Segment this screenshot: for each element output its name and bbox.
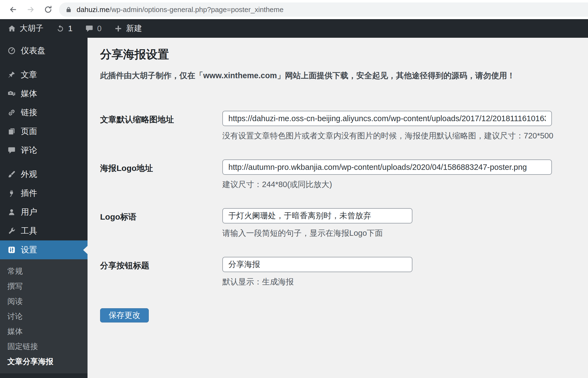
submenu-item-writing[interactable]: 撰写: [0, 279, 88, 294]
submenu-label: 媒体: [7, 326, 23, 337]
dashboard-icon: [7, 46, 16, 55]
sidebar-item-label: 用户: [21, 207, 37, 218]
field-label: 文章默认缩略图地址: [100, 111, 222, 141]
back-arrow-icon: [9, 5, 18, 14]
submenu-label: 讨论: [7, 311, 23, 322]
submenu-label: 文章分享海报: [7, 356, 53, 367]
adminbar-new-label: 新建: [126, 23, 142, 34]
sidebar-item-tools[interactable]: 工具: [0, 222, 88, 240]
adminbar-site-menu[interactable]: 大胡子: [8, 23, 43, 34]
address-bar[interactable]: dahuzi.me/wp-admin/options-general.php?p…: [59, 2, 588, 17]
admin-sidebar: 仪表盘 文章 媒体 链接 页面: [0, 38, 88, 378]
adminbar-new-menu[interactable]: 新建: [114, 23, 142, 34]
sidebar-item-users[interactable]: 用户: [0, 203, 88, 222]
submenu-item-share-poster[interactable]: 文章分享海报: [0, 354, 88, 369]
home-icon: [8, 24, 16, 33]
field-control: 默认显示：生成海报: [222, 257, 412, 287]
url-host: dahuzi.me: [77, 5, 109, 14]
submenu-label: 撰写: [7, 281, 23, 292]
field-help: 默认显示：生成海报: [222, 277, 412, 287]
browser-forward-button[interactable]: [26, 5, 36, 14]
media-icon: [7, 89, 16, 98]
field-label: Logo标语: [100, 208, 222, 239]
field-help: 建议尺寸：244*80(或同比放大): [222, 179, 552, 190]
reload-icon: [44, 5, 53, 14]
post-icon: [7, 71, 16, 79]
sidebar-item-appearance[interactable]: 外观: [0, 165, 88, 184]
submenu-item-general[interactable]: 常规: [0, 264, 88, 279]
sidebar-item-plugins[interactable]: 插件: [0, 184, 88, 203]
sidebar-item-links[interactable]: 链接: [0, 103, 88, 122]
field-control: 请输入一段简短的句子，显示在海报Logo下面: [222, 208, 412, 239]
url-path: /wp-admin/options-general.php?page=poste…: [109, 5, 284, 14]
browser-back-button[interactable]: [8, 5, 18, 14]
comments-icon: [7, 146, 16, 155]
update-icon: [56, 24, 65, 33]
field-help: 没有设置文章特色图片或者文章内没有图片的时候，海报使用默认缩略图，建议尺寸：72…: [222, 130, 553, 141]
poster-logo-url-input[interactable]: [222, 159, 552, 175]
field-label: 分享按钮标题: [100, 257, 222, 287]
menu-separator: [0, 160, 88, 165]
adminbar-updates[interactable]: 1: [56, 24, 72, 33]
sidebar-item-label: 链接: [21, 107, 37, 118]
sidebar-item-pages[interactable]: 页面: [0, 122, 88, 141]
sidebar-item-posts[interactable]: 文章: [0, 65, 88, 84]
sidebar-item-label: 工具: [21, 225, 37, 237]
submenu-label: 常规: [7, 266, 23, 277]
lock-icon[interactable]: [65, 6, 72, 13]
appearance-icon: [7, 170, 16, 179]
forward-arrow-icon: [26, 5, 35, 14]
form-row-poster-logo: 海报Logo地址 建议尺寸：244*80(或同比放大): [100, 159, 577, 190]
form-row-default-thumbnail: 文章默认缩略图地址 没有设置文章特色图片或者文章内没有图片的时候，海报使用默认缩…: [100, 111, 577, 141]
adminbar-comment-count: 0: [97, 24, 101, 33]
link-icon: [7, 108, 16, 117]
plus-icon: [114, 24, 123, 33]
adminbar-site-name: 大胡子: [20, 23, 43, 34]
comment-bubble-icon: [85, 24, 94, 33]
tools-icon: [7, 227, 16, 235]
adminbar-comments[interactable]: 0: [85, 24, 101, 33]
browser-toolbar: dahuzi.me/wp-admin/options-general.php?p…: [0, 0, 588, 19]
field-control: 建议尺寸：244*80(或同比放大): [222, 159, 552, 190]
pages-icon: [7, 127, 16, 136]
sidebar-item-label: 外观: [21, 169, 37, 180]
plugins-icon: [7, 189, 16, 197]
settings-icon: [7, 246, 16, 254]
share-button-title-input[interactable]: [222, 257, 412, 272]
sidebar-item-dashboard[interactable]: 仪表盘: [0, 41, 88, 60]
settings-form: 文章默认缩略图地址 没有设置文章特色图片或者文章内没有图片的时候，海报使用默认缩…: [100, 111, 577, 287]
save-changes-button[interactable]: 保存更改: [100, 308, 149, 322]
logo-slogan-input[interactable]: [222, 208, 412, 223]
sidebar-item-settings[interactable]: 设置: [0, 240, 88, 259]
submenu-item-permalinks[interactable]: 固定链接: [0, 339, 88, 354]
settings-page: 分享海报设置 此插件由大胡子制作，仅在「www.xintheme.com」网站上…: [88, 38, 588, 378]
form-row-logo-slogan: Logo标语 请输入一段简短的句子，显示在海报Logo下面: [100, 208, 577, 239]
users-icon: [7, 208, 16, 216]
field-help: 请输入一段简短的句子，显示在海报Logo下面: [222, 228, 412, 239]
current-menu-arrow: [83, 246, 88, 254]
sidebar-item-label: 媒体: [21, 88, 37, 99]
sidebar-item-label: 插件: [21, 188, 37, 199]
sidebar-item-comments[interactable]: 评论: [0, 141, 88, 160]
settings-submenu: 常规 撰写 阅读 讨论 媒体 固定链接 文章分享海报: [0, 259, 88, 373]
default-thumbnail-url-input[interactable]: [222, 111, 552, 126]
menu-separator: [0, 60, 88, 65]
browser-reload-button[interactable]: [43, 5, 53, 14]
plugin-notice: 此插件由大胡子制作，仅在「www.xintheme.com」网站上面提供下载，安…: [100, 70, 577, 81]
submenu-item-discussion[interactable]: 讨论: [0, 309, 88, 324]
field-control: 没有设置文章特色图片或者文章内没有图片的时候，海报使用默认缩略图，建议尺寸：72…: [222, 111, 553, 141]
sidebar-item-label: 文章: [21, 69, 37, 80]
sidebar-item-label: 仪表盘: [21, 45, 45, 56]
form-row-share-button-title: 分享按钮标题 默认显示：生成海报: [100, 257, 577, 287]
sidebar-item-label: 页面: [21, 126, 37, 137]
field-label: 海报Logo地址: [100, 159, 222, 190]
adminbar-update-count: 1: [68, 24, 72, 33]
wp-admin-bar: 大胡子 1 0 新建: [0, 19, 588, 38]
submenu-item-media[interactable]: 媒体: [0, 324, 88, 339]
submenu-label: 固定链接: [7, 341, 38, 352]
submenu-label: 阅读: [7, 296, 23, 307]
sidebar-item-media[interactable]: 媒体: [0, 84, 88, 103]
page-title: 分享海报设置: [100, 48, 577, 61]
admin-menu: 仪表盘 文章 媒体 链接 页面: [0, 38, 88, 373]
submenu-item-reading[interactable]: 阅读: [0, 294, 88, 309]
